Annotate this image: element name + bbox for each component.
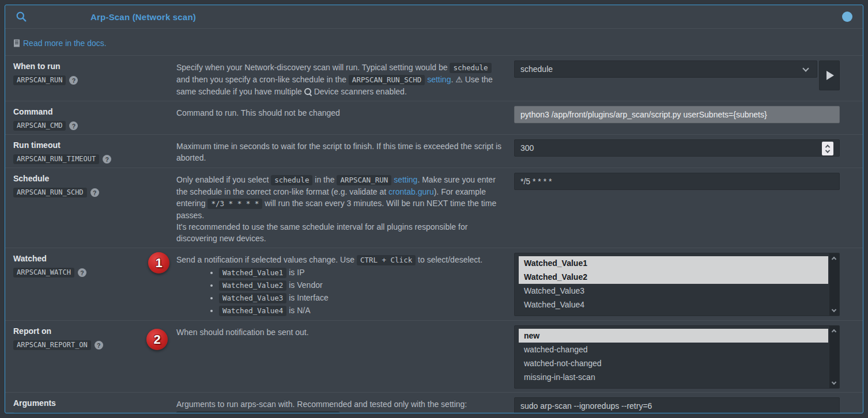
description-text: is N/A	[286, 306, 310, 315]
setting-name: Run timeout	[13, 139, 176, 150]
description-bullet: Watched_Value4 is N/A	[219, 305, 506, 317]
number-value: 300	[520, 143, 534, 153]
inline-code: Watched_Value4	[219, 306, 286, 316]
help-icon[interactable]: ?	[69, 121, 78, 130]
warning-icon: ⚠	[455, 75, 463, 84]
panel-header: Arp-Scan (Network scan)	[5, 5, 863, 29]
setting-name: When to run	[13, 60, 176, 71]
multiselect-option[interactable]: Watched_Value4	[519, 298, 828, 311]
multiselect-option[interactable]: Watched_Value2	[519, 270, 828, 284]
inline-code: */3 * * * *	[207, 199, 262, 209]
play-icon	[827, 71, 834, 80]
setting-label-column: Command ARPSCAN_CMD ?	[13, 106, 176, 131]
help-icon[interactable]: ?	[69, 76, 78, 85]
scroll-up-icon[interactable]	[832, 257, 836, 261]
scroll-down-icon[interactable]	[832, 307, 836, 312]
setting-name: Command	[13, 106, 176, 116]
setting-control-column: 300	[514, 139, 855, 164]
help-icon[interactable]: ?	[78, 268, 86, 277]
inline-link[interactable]: setting	[394, 175, 417, 184]
description-bullet: Watched_Value2 is Vendor	[219, 279, 506, 291]
multiselect-option[interactable]: watched-changed	[519, 343, 828, 356]
setting-control-column	[514, 173, 855, 244]
setting-control-column	[514, 106, 855, 131]
docs-link[interactable]: Read more in the docs.	[13, 39, 107, 48]
scroll-down-icon[interactable]	[832, 380, 836, 385]
setting-description: Specify when your Network-discovery scan…	[176, 60, 514, 97]
setting-description: Maximum time in seconds to wait for the …	[176, 139, 514, 164]
description-text: to select/deselect.	[416, 255, 482, 264]
setting-code: ARPSCAN_REPORT_ON	[13, 340, 91, 350]
spinner-down-icon	[825, 148, 830, 153]
description-text: Specify when your Network-discovery scan…	[176, 63, 450, 72]
setting-description: When should notification be sent out.	[176, 325, 514, 389]
annotation-badge-2: 2	[146, 329, 168, 350]
setting-label-column: Run timeout ARPSCAN_RUN_TIMEOUT ?	[13, 139, 176, 164]
multiselect-option[interactable]: new	[519, 329, 828, 343]
help-icon[interactable]: ?	[103, 155, 111, 164]
chevron-down-icon	[802, 65, 809, 71]
scrollbar[interactable]	[829, 326, 839, 388]
setting-row-when-to-run: When to run ARPSCAN_RUN ? Specify when y…	[5, 56, 863, 101]
inline-code: CTRL + Click	[357, 255, 416, 265]
scroll-up-icon[interactable]	[832, 329, 836, 334]
setting-code: ARPSCAN_CMD	[13, 121, 66, 131]
setting-row-command: Command ARPSCAN_CMD ? Command to run. Th…	[5, 101, 863, 135]
multiselect-option[interactable]: missing-in-last-scan	[519, 370, 828, 384]
help-icon[interactable]: ?	[95, 341, 103, 349]
setting-code: ARPSCAN_ARGS	[13, 412, 70, 413]
multiselect-option[interactable]: Watched_Value1	[519, 256, 828, 270]
arpscan-cmd-input[interactable]	[514, 106, 840, 123]
page: Arp-Scan (Network scan) Read more in the…	[0, 0, 868, 418]
setting-code: ARPSCAN_WATCH	[13, 268, 74, 278]
select-value: schedule	[520, 64, 553, 74]
description-text: It's recommended to use the same schedul…	[176, 222, 467, 243]
number-spinner[interactable]	[822, 142, 833, 155]
inline-link[interactable]: setting	[427, 75, 451, 84]
multiselect-option[interactable]: Watched_Value3	[519, 284, 828, 298]
description-text: Only enabled if you select	[176, 175, 271, 184]
setting-name: Arguments	[13, 397, 176, 408]
arpscan-args-input[interactable]	[514, 397, 840, 413]
description-bullet: Watched_Value3 is Interface	[219, 292, 506, 304]
book-icon	[13, 39, 20, 47]
setting-control-column: newwatched-changedwatched-not-changedmis…	[514, 325, 855, 389]
help-icon[interactable]: ?	[74, 413, 82, 413]
setting-control-column	[514, 397, 855, 413]
setting-row-report-on: Report on ARPSCAN_REPORT_ON ? When shoul…	[5, 321, 863, 393]
setting-description: Arguments to run arps-scan with. Recomme…	[176, 397, 514, 413]
setting-label-column: Arguments ARPSCAN_ARGS ?	[13, 397, 176, 413]
description-text: is Interface	[286, 293, 328, 302]
multiselect-option[interactable]: watched-not-changed	[519, 356, 828, 370]
search-icon[interactable]	[16, 11, 27, 22]
description-list: Watched_Value1 is IPWatched_Value2 is Ve…	[219, 267, 506, 317]
inline-code: Watched_Value3	[219, 293, 286, 303]
arpscan-report-on-multiselect[interactable]: newwatched-changedwatched-not-changedmis…	[514, 325, 840, 389]
run-now-button[interactable]	[819, 60, 840, 90]
description-text: Device scanners enabled.	[312, 87, 407, 96]
description-text: Command to run. This should not be chang…	[176, 108, 340, 117]
status-dot[interactable]	[842, 12, 852, 22]
arpscan-run-select[interactable]: schedule	[514, 60, 817, 78]
setting-description: Send a notification if selected values c…	[176, 253, 514, 317]
plugin-settings-panel: Arp-Scan (Network scan) Read more in the…	[5, 5, 863, 413]
inline-code: ARPSCAN_RUN_SCHD	[349, 75, 425, 85]
annotation-badge-1: 1	[148, 252, 169, 273]
setting-row-arguments: Arguments ARPSCAN_ARGS ? Arguments to ru…	[5, 393, 863, 413]
setting-control-column: Watched_Value1Watched_Value2Watched_Valu…	[514, 253, 855, 317]
inline-link[interactable]: crontab.guru	[388, 187, 434, 196]
description-text: Send a notification if selected values c…	[176, 255, 357, 264]
help-icon[interactable]: ?	[90, 188, 99, 197]
setting-name: Schedule	[13, 173, 176, 183]
arpscan-watch-multiselect[interactable]: Watched_Value1Watched_Value2Watched_Valu…	[514, 253, 840, 316]
zoom-icon	[304, 88, 312, 96]
setting-row-run-timeout: Run timeout ARPSCAN_RUN_TIMEOUT ? Maximu…	[5, 135, 863, 168]
setting-code: ARPSCAN_RUN_TIMEOUT	[13, 154, 99, 164]
description-text: Maximum time in seconds to wait for the …	[176, 142, 501, 162]
setting-description: Command to run. This should not be chang…	[176, 106, 514, 131]
schedule-input[interactable]	[514, 173, 840, 190]
setting-row-watched: Watched ARPSCAN_WATCH ? Send a notificat…	[5, 248, 863, 321]
scrollbar[interactable]	[829, 253, 839, 316]
description-bullet: Watched_Value1 is IP	[219, 267, 506, 279]
run-timeout-input[interactable]: 300	[514, 139, 840, 157]
